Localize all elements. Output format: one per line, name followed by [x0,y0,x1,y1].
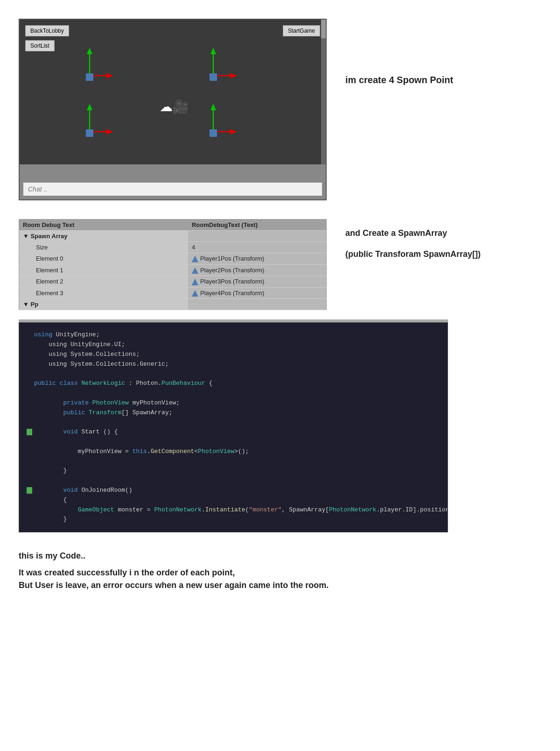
section-1: BackToLobby SortList StartGame [0,9,560,210]
unity-game-area: BackToLobby SortList StartGame [20,20,326,164]
table-cell-label: Element 3 [19,287,188,299]
sort-list-button[interactable]: SortList [25,40,55,51]
table-row-spawn-array: ▼ Spawn Array [19,231,327,242]
table-cell-value: Player4Pos (Transform) [188,287,327,299]
table-row-element2: Element 2 Player3Pos (Transform) [19,276,327,288]
unity-scrollbar[interactable] [321,20,326,164]
table-cell-label: Element 0 [19,253,188,265]
unity-chat-area [20,178,326,199]
section-2: Room Debug Text RoomDebugText (Text) ▼ S… [0,210,560,319]
table-cell-value: 4 [188,242,327,253]
table-row-element3: Element 3 Player4Pos (Transform) [19,287,327,299]
section-4: this is my Code.. It was created success… [0,542,560,601]
table-row-pp: ▼ Pp [19,299,327,310]
code-line-4: using System.Collections.Generic; [27,360,440,369]
code-line-18: { [27,496,440,505]
inspector-table: Room Debug Text RoomDebugText (Text) ▼ S… [19,219,327,310]
code-line-7 [27,389,440,398]
table-cell-value [188,299,327,310]
code-line-2: using UnityEngine.UI; [27,340,440,350]
table-cell-label: Room Debug Text [19,220,188,231]
code-line-19: GameObject monster = PhotonNetwork.Insta… [27,505,440,515]
table-cell-value: Player1Pos (Transform) [188,253,327,265]
svg-marker-11 [87,104,92,110]
table-row-element0: Element 0 Player1Pos (Transform) [19,253,327,265]
table-cell-value [188,231,327,242]
unity-status-bar [20,164,326,178]
code-line-6: public class NetworkLogic : Photon.PunBe… [27,379,440,389]
code-line-13: myPhotonView = this.GetComponent<PhotonV… [27,447,440,457]
code-line-8: private PhotonView myPhotonView; [27,398,440,408]
code-line-11: void Start () { [27,427,440,437]
table-cell-value: Player3Pos (Transform) [188,276,327,288]
table-row-size: Size 4 [19,242,327,253]
spawn-point-4 [199,104,237,141]
spawn-point-1 [76,48,113,85]
transform-icon [192,279,198,285]
svg-marker-8 [230,73,237,78]
table-row-element1: Element 1 Player2Pos (Transform) [19,264,327,276]
transform-icon [192,256,198,262]
spawn-array-label: and Create a SpawnArray [345,228,481,238]
code-line-9: public Transform[] SpawnArray; [27,408,440,418]
start-game-button[interactable]: StartGame [283,25,320,36]
spawn-point-2 [199,48,237,85]
section-1-label: im create 4 Spown Point [345,75,453,85]
spawn-array-code-label: (public Transforam SpawnArray[]) [345,249,481,259]
table-cell-label: ▼ Pp [19,299,188,310]
svg-marker-3 [106,73,113,78]
svg-rect-9 [210,73,217,81]
table-cell-label: Size [19,242,188,253]
code-line-1: using UnityEngine; [27,330,440,340]
conclusion-text-2: It was created successfully i n the orde… [19,567,541,592]
code-line-3: using System.Collections; [27,350,440,360]
transform-icon [192,290,198,297]
svg-rect-14 [86,129,93,137]
code-line-14 [27,457,440,467]
code-line-17: void OnJoinedRoom() [27,486,440,496]
code-line-16 [27,476,440,486]
code-line-10 [27,418,440,427]
svg-marker-13 [106,129,113,135]
table-cell-value: Player2Pos (Transform) [188,264,327,276]
line-marker-start [27,429,32,435]
code-line-15: } [27,466,440,476]
conclusion-text-2-content: It was created successfully i n the orde… [19,568,329,590]
chat-input[interactable] [23,183,322,196]
transform-icon [192,267,198,274]
table-cell-label: Element 1 [19,264,188,276]
code-line-20: } [27,515,440,524]
svg-marker-1 [87,48,92,54]
unity-window: BackToLobby SortList StartGame [19,19,327,200]
section-3: using UnityEngine; using UnityEngine.UI;… [0,319,560,542]
spawn-point-3 [76,104,113,141]
camera-icon: ☁🎥 [160,99,189,114]
svg-marker-16 [210,104,216,110]
line-marker-on-joined [27,487,32,494]
table-row-header: Room Debug Text RoomDebugText (Text) [19,220,327,231]
svg-marker-6 [210,48,216,54]
section-2-labels: and Create a SpawnArray (public Transfor… [345,228,481,259]
code-line-5 [27,369,440,379]
code-block: using UnityEngine; using UnityEngine.UI;… [19,322,448,532]
table-cell-label: ▼ Spawn Array [19,231,188,242]
table-cell-label: Element 2 [19,276,188,288]
svg-rect-4 [86,73,93,81]
table-cell-value: RoomDebugText (Text) [188,220,327,231]
code-line-12 [27,437,440,447]
unity-scrollbar-thumb[interactable] [321,20,326,38]
svg-marker-18 [230,129,237,135]
conclusion-text-1: this is my Code.. [19,551,541,561]
svg-rect-19 [210,129,217,137]
back-to-lobby-button[interactable]: BackToLobby [25,25,69,36]
